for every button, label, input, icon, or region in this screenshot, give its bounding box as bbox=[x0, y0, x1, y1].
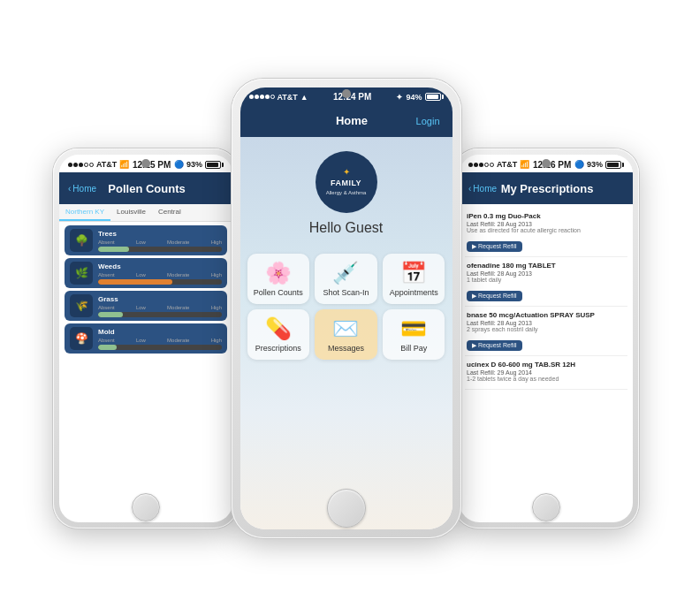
grass-label: Grass bbox=[98, 295, 222, 303]
bill-pay-cell[interactable]: 💳 Bill Pay bbox=[383, 309, 445, 360]
main-status-left: AT&T ▲ bbox=[249, 93, 308, 102]
right-battery bbox=[605, 161, 624, 169]
left-camera bbox=[141, 159, 150, 168]
rx-refill-btn-1[interactable]: ▶ Request Refill bbox=[467, 291, 522, 301]
main-phone: AT&T ▲ 12:24 PM ✦ 94% bbox=[232, 79, 461, 538]
left-battery-pct: 93% bbox=[186, 160, 202, 169]
main-status-right: ✦ 94% bbox=[396, 93, 443, 102]
scene: AT&T 📶 12:25 PM 🔵 93% bbox=[0, 0, 692, 616]
main-login-btn[interactable]: Login bbox=[416, 116, 440, 126]
main-signal bbox=[249, 95, 275, 99]
shot-scan-icon: 💉 bbox=[332, 262, 359, 284]
mold-fill bbox=[98, 345, 117, 350]
main-time: 12:24 PM bbox=[333, 92, 371, 102]
main-phone-inner: AT&T ▲ 12:24 PM ✦ 94% bbox=[240, 87, 452, 529]
tab-central[interactable]: Central bbox=[152, 204, 187, 221]
dot4 bbox=[265, 95, 270, 99]
bill-pay-icon: 💳 bbox=[400, 318, 427, 339]
mold-icon: 🍄 bbox=[70, 327, 93, 350]
left-battery-fill bbox=[207, 163, 218, 167]
left-battery-nub bbox=[222, 163, 224, 167]
right-back-chevron: ‹ bbox=[468, 184, 471, 194]
rx-notes-0: Use as directed for acute allergic react… bbox=[467, 227, 626, 233]
trees-bar-area: Trees AbsentLowModerateHigh bbox=[98, 230, 222, 252]
dot1 bbox=[468, 163, 473, 167]
main-wifi-icon: ▲ bbox=[300, 93, 308, 102]
trees-icon: 🌳 bbox=[70, 229, 93, 252]
left-battery-body bbox=[205, 161, 221, 169]
pollen-list: 🌳 Trees AbsentLowModerateHigh 🌿 bbox=[59, 222, 232, 522]
main-battery-pct: 94% bbox=[406, 93, 422, 102]
left-back-chevron: ‹ bbox=[68, 184, 71, 194]
shot-scan-label: Shot Scan-In bbox=[323, 288, 369, 297]
main-nav: Home Login bbox=[240, 105, 452, 137]
rx-notes-1: 1 tablet daily bbox=[467, 277, 626, 283]
right-status-left: AT&T 📶 bbox=[468, 160, 529, 169]
rx-refill-btn-2[interactable]: ▶ Request Refill bbox=[467, 340, 522, 351]
weeds-scale: AbsentLowModerateHigh bbox=[98, 272, 222, 278]
rx-refill-1: Last Refill: 28 Aug 2013 bbox=[467, 270, 626, 277]
right-back-label: Home bbox=[473, 184, 497, 194]
right-camera bbox=[542, 159, 551, 168]
right-time: 12:26 PM bbox=[533, 160, 571, 170]
messages-cell[interactable]: ✉️ Messages bbox=[315, 309, 377, 360]
mold-bar-area: Mold AbsentLowModerateHigh bbox=[98, 328, 222, 350]
pollen-item-mold: 🍄 Mold AbsentLowModerateHigh bbox=[65, 323, 227, 354]
grass-fill bbox=[98, 312, 123, 317]
dot3 bbox=[260, 95, 264, 99]
left-phone-inner: AT&T 📶 12:25 PM 🔵 93% bbox=[59, 155, 232, 522]
right-home-button[interactable] bbox=[532, 493, 560, 521]
left-signal bbox=[68, 163, 94, 167]
main-bluetooth-icon: ✦ bbox=[396, 93, 403, 102]
right-battery-fill bbox=[607, 163, 619, 167]
main-battery-fill bbox=[427, 95, 438, 99]
dot1 bbox=[249, 95, 254, 99]
rx-item-2: bnase 50 mcg/Actuation SPRAY SUSP Last R… bbox=[465, 307, 627, 356]
logo-family: FAMILY bbox=[331, 179, 361, 189]
main-icon-grid: 🌸 Pollen Counts 💉 Shot Scan-In 📅 Appoint… bbox=[240, 247, 452, 367]
appointments-cell[interactable]: 📅 Appointments bbox=[383, 254, 445, 304]
pollen-item-grass: 🌾 Grass AbsentLowModerateHigh bbox=[65, 291, 227, 321]
left-home-button[interactable] bbox=[132, 493, 160, 521]
grass-icon: 🌾 bbox=[70, 294, 93, 317]
right-back-btn[interactable]: ‹ Home bbox=[468, 184, 497, 194]
rx-name-1: ofenadine 180 mg TABLET bbox=[467, 262, 626, 270]
rx-refill-0: Last Refill: 28 Aug 2013 bbox=[467, 221, 626, 227]
rx-refill-2: Last Refill: 28 Aug 2013 bbox=[467, 320, 626, 326]
left-pollen-tabs: Northern KY Louisville Central bbox=[59, 204, 232, 222]
grass-scale: AbsentLowModerateHigh bbox=[98, 305, 222, 310]
right-nav: ‹ Home My Prescriptions bbox=[460, 172, 633, 204]
rx-refill-btn-0[interactable]: ▶ Request Refill bbox=[467, 241, 522, 252]
main-home-button[interactable] bbox=[327, 489, 366, 528]
pollen-counts-cell[interactable]: 🌸 Pollen Counts bbox=[247, 254, 310, 304]
tab-northern-ky[interactable]: Northern KY bbox=[59, 204, 110, 221]
right-battery-body bbox=[605, 161, 621, 169]
appointments-icon: 📅 bbox=[400, 262, 427, 284]
weeds-track bbox=[98, 279, 222, 285]
left-nav-title: Pollen Counts bbox=[96, 182, 197, 195]
trees-fill bbox=[98, 247, 129, 252]
right-phone: AT&T 📶 12:26 PM 🔵 93% bbox=[453, 148, 639, 529]
prescriptions-icon: 💊 bbox=[265, 318, 292, 339]
weeds-fill bbox=[98, 279, 172, 285]
tab-louisville[interactable]: Louisville bbox=[110, 204, 152, 221]
weeds-icon: 🌿 bbox=[70, 262, 93, 285]
main-carrier: AT&T bbox=[278, 93, 298, 102]
left-back-btn[interactable]: ‹ Home bbox=[68, 184, 96, 194]
dot5 bbox=[270, 95, 275, 99]
rx-refill-3: Last Refill: 29 Aug 2014 bbox=[467, 369, 626, 376]
pollen-item-trees: 🌳 Trees AbsentLowModerateHigh bbox=[65, 225, 227, 255]
weeds-label: Weeds bbox=[98, 262, 222, 270]
prescriptions-cell[interactable]: 💊 Prescriptions bbox=[247, 309, 310, 360]
main-logo: ✦ FAMILY Allergy & Asthma bbox=[316, 151, 377, 213]
shot-scan-cell[interactable]: 💉 Shot Scan-In bbox=[315, 254, 377, 304]
right-carrier: AT&T bbox=[497, 160, 517, 169]
main-hero: ✦ FAMILY Allergy & Asthma Hello Guest 🌸 … bbox=[240, 137, 452, 529]
left-wifi-icon: 📶 bbox=[119, 160, 129, 169]
rx-item-3: ucinex D 60-600 mg TAB.SR 12H Last Refil… bbox=[465, 356, 627, 390]
main-battery bbox=[425, 93, 444, 101]
right-battery-nub bbox=[622, 163, 624, 167]
appointments-label: Appointments bbox=[390, 288, 438, 297]
grass-track bbox=[98, 312, 222, 317]
dot4 bbox=[484, 163, 489, 167]
